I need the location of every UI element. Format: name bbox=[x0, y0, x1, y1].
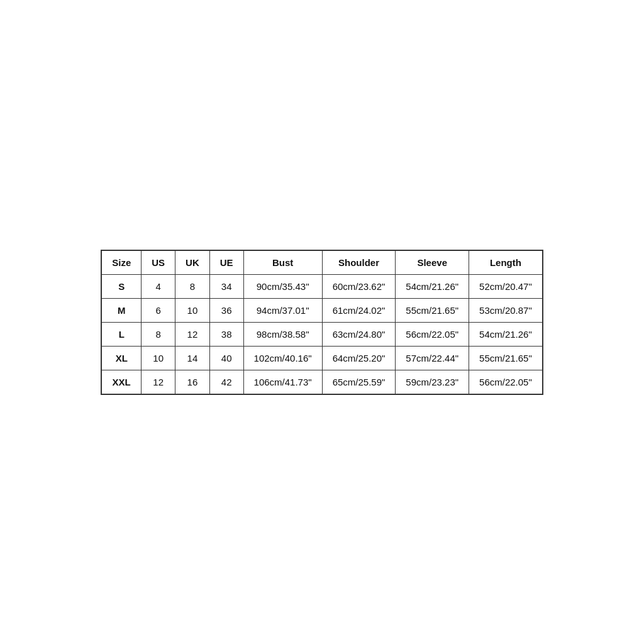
header-length: Length bbox=[469, 250, 543, 275]
cell-bust: 102cm/40.16" bbox=[243, 346, 322, 370]
cell-length: 55cm/21.65" bbox=[469, 346, 543, 370]
cell-shoulder: 60cm/23.62" bbox=[322, 274, 396, 298]
header-uk: UK bbox=[175, 250, 210, 275]
cell-size: S bbox=[101, 274, 142, 298]
table-row: XXL121642106cm/41.73"65cm/25.59"59cm/23.… bbox=[101, 370, 543, 394]
cell-ue: 34 bbox=[209, 274, 243, 298]
cell-length: 56cm/22.05" bbox=[469, 370, 543, 394]
cell-size: L bbox=[101, 322, 142, 346]
cell-ue: 38 bbox=[209, 322, 243, 346]
size-chart-container: Size US UK UE Bust Shoulder Sleeve Lengt… bbox=[101, 250, 543, 395]
cell-uk: 12 bbox=[175, 322, 210, 346]
cell-length: 52cm/20.47" bbox=[469, 274, 543, 298]
cell-us: 12 bbox=[142, 370, 175, 394]
cell-size: M bbox=[101, 298, 142, 322]
cell-us: 10 bbox=[142, 346, 175, 370]
cell-sleeve: 54cm/21.26" bbox=[396, 274, 469, 298]
cell-sleeve: 57cm/22.44" bbox=[396, 346, 469, 370]
cell-size: XL bbox=[101, 346, 142, 370]
cell-ue: 42 bbox=[209, 370, 243, 394]
cell-shoulder: 63cm/24.80" bbox=[322, 322, 396, 346]
cell-uk: 10 bbox=[175, 298, 210, 322]
header-shoulder: Shoulder bbox=[322, 250, 396, 275]
cell-uk: 8 bbox=[175, 274, 210, 298]
cell-us: 6 bbox=[142, 298, 175, 322]
size-chart-table: Size US UK UE Bust Shoulder Sleeve Lengt… bbox=[101, 250, 543, 395]
cell-uk: 16 bbox=[175, 370, 210, 394]
cell-sleeve: 55cm/21.65" bbox=[396, 298, 469, 322]
cell-shoulder: 64cm/25.20" bbox=[322, 346, 396, 370]
cell-ue: 36 bbox=[209, 298, 243, 322]
cell-bust: 94cm/37.01" bbox=[243, 298, 322, 322]
cell-ue: 40 bbox=[209, 346, 243, 370]
cell-sleeve: 59cm/23.23" bbox=[396, 370, 469, 394]
header-bust: Bust bbox=[243, 250, 322, 275]
header-us: US bbox=[142, 250, 175, 275]
cell-sleeve: 56cm/22.05" bbox=[396, 322, 469, 346]
header-sleeve: Sleeve bbox=[396, 250, 469, 275]
table-row: M6103694cm/37.01"61cm/24.02"55cm/21.65"5… bbox=[101, 298, 543, 322]
cell-size: XXL bbox=[101, 370, 142, 394]
cell-us: 8 bbox=[142, 322, 175, 346]
header-size: Size bbox=[101, 250, 142, 275]
cell-bust: 98cm/38.58" bbox=[243, 322, 322, 346]
cell-uk: 14 bbox=[175, 346, 210, 370]
table-row: S483490cm/35.43"60cm/23.62"54cm/21.26"52… bbox=[101, 274, 543, 298]
cell-bust: 90cm/35.43" bbox=[243, 274, 322, 298]
cell-shoulder: 65cm/25.59" bbox=[322, 370, 396, 394]
cell-shoulder: 61cm/24.02" bbox=[322, 298, 396, 322]
header-row: Size US UK UE Bust Shoulder Sleeve Lengt… bbox=[101, 250, 543, 275]
table-row: L8123898cm/38.58"63cm/24.80"56cm/22.05"5… bbox=[101, 322, 543, 346]
cell-us: 4 bbox=[142, 274, 175, 298]
cell-bust: 106cm/41.73" bbox=[243, 370, 322, 394]
header-ue: UE bbox=[209, 250, 243, 275]
cell-length: 53cm/20.87" bbox=[469, 298, 543, 322]
table-row: XL101440102cm/40.16"64cm/25.20"57cm/22.4… bbox=[101, 346, 543, 370]
cell-length: 54cm/21.26" bbox=[469, 322, 543, 346]
